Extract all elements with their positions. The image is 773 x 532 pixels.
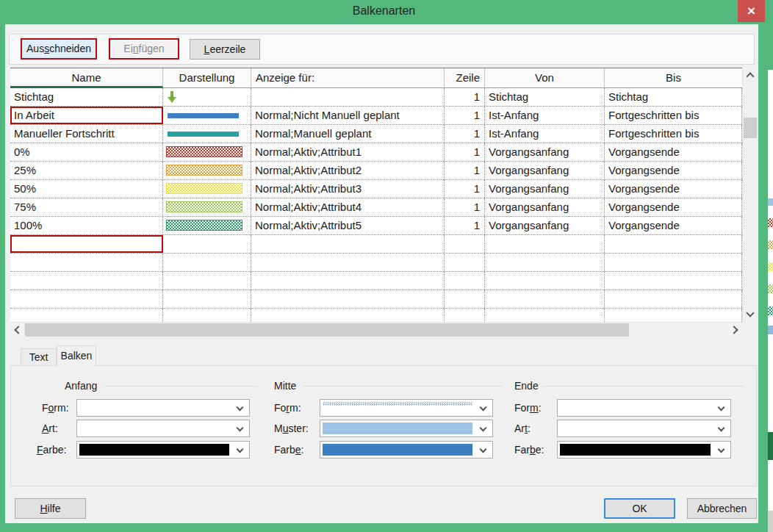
darstellung-cell[interactable] [163, 254, 251, 271]
anfang-art-select[interactable] [76, 420, 250, 437]
ende-farbe-select[interactable] [557, 441, 731, 459]
anzeige-cell[interactable]: Normal;Aktiv;Attribut1 [251, 143, 445, 161]
zeile-cell[interactable]: 1 [445, 88, 485, 106]
darstellung-cell[interactable] [163, 125, 251, 143]
zeile-cell[interactable] [445, 309, 485, 322]
scroll-left-icon[interactable] [14, 326, 22, 334]
bis-cell[interactable] [605, 235, 742, 253]
bis-cell[interactable]: Vorgangsende [605, 198, 742, 216]
name-cell[interactable]: 0% [10, 143, 163, 161]
table-row[interactable]: Manueller FortschrittNormal;Manuell gepl… [10, 125, 742, 143]
darstellung-cell[interactable] [163, 198, 251, 216]
name-cell[interactable]: Stichtag [10, 88, 163, 106]
anzeige-cell[interactable] [251, 254, 445, 271]
anzeige-cell[interactable]: Normal;Aktiv;Attribut4 [251, 198, 445, 216]
bis-cell[interactable]: Fortgeschritten bis [605, 125, 742, 143]
anzeige-cell[interactable] [251, 309, 445, 322]
darstellung-cell[interactable] [163, 88, 251, 106]
name-cell[interactable] [10, 290, 163, 308]
bis-cell[interactable]: Vorgangsende [605, 217, 742, 234]
anzeige-cell[interactable] [251, 88, 445, 106]
darstellung-cell[interactable] [163, 290, 251, 308]
horizontal-scrollbar-thumb[interactable] [25, 323, 629, 337]
name-cell[interactable]: 75% [10, 198, 163, 216]
name-cell[interactable] [10, 254, 163, 271]
von-cell[interactable]: Ist-Anfang [485, 107, 605, 124]
anzeige-cell[interactable]: Normal;Manuell geplant [251, 125, 445, 143]
bis-cell[interactable]: Vorgangsende [605, 162, 742, 179]
bis-cell[interactable]: Stichtag [605, 88, 742, 106]
ende-form-select[interactable] [557, 399, 731, 417]
zeile-cell[interactable]: 1 [445, 217, 485, 234]
table-row[interactable] [10, 254, 742, 272]
mitte-form-select[interactable] [320, 399, 493, 417]
von-cell[interactable] [485, 309, 605, 322]
table-row[interactable] [10, 235, 742, 254]
von-cell[interactable]: Vorgangsanfang [485, 217, 605, 234]
zeile-cell[interactable] [445, 272, 485, 290]
zeile-cell[interactable] [445, 290, 485, 308]
bis-cell[interactable]: Fortgeschritten bis [605, 107, 742, 124]
table-row[interactable]: In ArbeitNormal;Nicht Manuell geplant1Is… [10, 107, 742, 125]
von-cell[interactable]: Vorgangsanfang [485, 180, 605, 198]
darstellung-cell[interactable] [163, 309, 251, 322]
anzeige-cell[interactable]: Normal;Aktiv;Attribut5 [251, 217, 445, 234]
vertical-scrollbar-thumb[interactable] [744, 118, 757, 138]
help-button[interactable]: Hilfe [15, 498, 86, 519]
name-cell[interactable] [10, 235, 163, 253]
mitte-muster-select[interactable] [320, 420, 493, 437]
von-cell[interactable]: Vorgangsanfang [485, 198, 605, 216]
darstellung-cell[interactable] [163, 143, 251, 161]
table-row[interactable]: 100%Normal;Aktiv;Attribut51Vorgangsanfan… [10, 217, 742, 235]
horizontal-scrollbar[interactable] [10, 322, 742, 337]
tab-text[interactable]: Text [21, 348, 57, 366]
paste-button[interactable]: Einfügen [109, 38, 179, 60]
von-cell[interactable]: Stichtag [485, 88, 605, 106]
bis-cell[interactable] [605, 309, 742, 322]
name-cell[interactable]: 25% [10, 162, 163, 179]
zeile-cell[interactable]: 1 [445, 143, 485, 161]
anfang-farbe-select[interactable] [76, 441, 250, 459]
zeile-cell[interactable] [445, 235, 485, 253]
table-row[interactable] [10, 309, 742, 322]
darstellung-cell[interactable] [163, 272, 251, 290]
anzeige-cell[interactable] [251, 290, 445, 308]
name-cell[interactable] [10, 309, 163, 322]
name-cell[interactable]: 50% [10, 180, 163, 198]
zeile-cell[interactable]: 1 [445, 107, 485, 124]
name-cell[interactable]: Manueller Fortschritt [10, 125, 163, 143]
von-cell[interactable]: Ist-Anfang [485, 125, 605, 143]
darstellung-cell[interactable] [163, 107, 251, 124]
table-row[interactable]: 25%Normal;Aktiv;Attribut21Vorgangsanfang… [10, 162, 742, 180]
table-row[interactable] [10, 272, 742, 290]
zeile-cell[interactable] [445, 254, 485, 271]
darstellung-cell[interactable] [163, 235, 251, 253]
scroll-down-icon[interactable] [746, 309, 754, 317]
table-row[interactable]: Stichtag1StichtagStichtag [10, 88, 742, 107]
darstellung-cell[interactable] [163, 162, 251, 179]
bis-cell[interactable]: Vorgangsende [605, 180, 742, 198]
von-cell[interactable] [485, 235, 605, 253]
name-cell[interactable]: In Arbeit [10, 107, 163, 124]
von-cell[interactable] [485, 272, 605, 290]
von-cell[interactable] [485, 290, 605, 308]
cancel-button[interactable]: Abbrechen [687, 498, 757, 519]
scroll-up-icon[interactable] [746, 72, 754, 80]
close-button[interactable]: × [738, 0, 765, 22]
von-cell[interactable]: Vorgangsanfang [485, 162, 605, 179]
zeile-cell[interactable]: 1 [445, 198, 485, 216]
bis-cell[interactable] [605, 290, 742, 308]
table-row[interactable]: 75%Normal;Aktiv;Attribut41Vorgangsanfang… [10, 198, 742, 217]
bis-cell[interactable] [605, 254, 742, 271]
cut-button[interactable]: Ausschneiden [21, 38, 97, 60]
table-row[interactable]: 50%Normal;Aktiv;Attribut31Vorgangsanfang… [10, 180, 742, 198]
anfang-form-select[interactable] [76, 399, 250, 417]
vertical-scrollbar[interactable] [742, 68, 757, 322]
zeile-cell[interactable]: 1 [445, 125, 485, 143]
anzeige-cell[interactable] [251, 272, 445, 290]
darstellung-cell[interactable] [163, 217, 251, 234]
bis-cell[interactable]: Vorgangsende [605, 143, 742, 161]
name-cell[interactable]: 100% [10, 217, 163, 234]
ende-art-select[interactable] [557, 420, 731, 437]
anzeige-cell[interactable]: Normal;Aktiv;Attribut3 [251, 180, 445, 198]
